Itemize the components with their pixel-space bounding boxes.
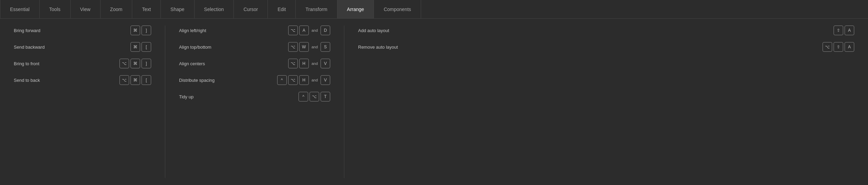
t-key: T — [321, 92, 330, 101]
bracket-key: ] — [142, 59, 151, 68]
autolayout-section: Add auto layout A Remove auto layout A — [344, 26, 868, 178]
tab-arrange[interactable]: Arrange — [337, 0, 374, 18]
and-text: and — [310, 28, 319, 32]
shift-key — [834, 26, 843, 35]
align-centers-label: Align centers — [179, 61, 220, 66]
list-item: Align top/bottom W and S — [179, 42, 330, 52]
tidy-up-keys: T — [299, 92, 330, 101]
list-item: Add auto layout A — [358, 26, 854, 35]
send-backward-keys: [ — [130, 42, 151, 52]
list-item: Align centers H and V — [179, 59, 330, 68]
list-item: Bring forward ] — [14, 26, 151, 35]
tab-text[interactable]: Text — [132, 0, 161, 18]
list-item: Tidy up T — [179, 92, 330, 101]
align-lr-label: Align left/right — [179, 28, 220, 33]
bracket-key: [ — [142, 75, 151, 85]
opt-key — [288, 59, 298, 68]
tab-cursor[interactable]: Cursor — [234, 0, 268, 18]
distribute-spacing-keys: H and V — [277, 75, 330, 85]
tab-transform[interactable]: Transform — [296, 0, 337, 18]
a-key: A — [299, 26, 309, 35]
add-auto-layout-label: Add auto layout — [358, 28, 420, 33]
opt-key — [310, 92, 319, 101]
cmd-key — [130, 26, 140, 35]
tab-view[interactable]: View — [71, 0, 101, 18]
bring-forward-label: Bring forward — [14, 28, 55, 33]
opt-key — [119, 59, 129, 68]
opt-key — [119, 75, 129, 85]
header-tabs: Essential Tools View Zoom Text Shape Sel… — [0, 0, 868, 19]
tidy-up-label: Tidy up — [179, 94, 220, 99]
list-item: Bring to front ] — [14, 59, 151, 68]
tab-selection[interactable]: Selection — [195, 0, 234, 18]
selection-section: Align left/right A and D Align top/botto… — [165, 26, 344, 178]
h-key: H — [299, 59, 309, 68]
h-key: H — [299, 75, 309, 85]
list-item: Distribute spacing H and V — [179, 75, 330, 85]
a-key: A — [845, 42, 854, 52]
ctrl-key — [277, 75, 287, 85]
opt-key — [288, 26, 298, 35]
list-item: Send to back [ — [14, 75, 151, 85]
remove-auto-layout-keys: A — [823, 42, 854, 52]
distribute-spacing-label: Distribute spacing — [179, 78, 220, 83]
list-item: Align left/right A and D — [179, 26, 330, 35]
align-centers-keys: H and V — [288, 59, 330, 68]
cmd-key — [130, 42, 140, 52]
align-tb-label: Align top/bottom — [179, 45, 220, 50]
tab-components[interactable]: Components — [374, 0, 421, 18]
send-to-back-keys: [ — [119, 75, 151, 85]
opt-key — [288, 75, 298, 85]
send-backward-label: Send backward — [14, 45, 55, 50]
and-text: and — [310, 61, 319, 66]
bracket-key: ] — [142, 26, 151, 35]
tab-shape[interactable]: Shape — [161, 0, 194, 18]
tab-zoom[interactable]: Zoom — [101, 0, 133, 18]
v-key: V — [321, 59, 330, 68]
tab-edit[interactable]: Edit — [268, 0, 296, 18]
and-text: and — [310, 78, 319, 82]
arrange-section: Bring forward ] Send backward [ Bring to… — [0, 26, 165, 178]
align-lr-keys: A and D — [288, 26, 330, 35]
bracket-key: [ — [142, 42, 151, 52]
bring-to-front-keys: ] — [119, 59, 151, 68]
send-to-back-label: Send to back — [14, 78, 55, 83]
shift-key — [834, 42, 843, 52]
remove-auto-layout-label: Remove auto layout — [358, 45, 420, 50]
w-key: W — [299, 42, 309, 52]
opt-key — [288, 42, 298, 52]
align-tb-keys: W and S — [288, 42, 330, 52]
bring-forward-keys: ] — [130, 26, 151, 35]
ctrl-key — [299, 92, 308, 101]
content-area: Bring forward ] Send backward [ Bring to… — [0, 19, 868, 185]
cmd-key — [130, 59, 140, 68]
and-text: and — [310, 45, 319, 49]
tab-tools[interactable]: Tools — [40, 0, 71, 18]
list-item: Remove auto layout A — [358, 42, 854, 52]
bring-to-front-label: Bring to front — [14, 61, 55, 66]
add-auto-layout-keys: A — [834, 26, 854, 35]
cmd-key — [130, 75, 140, 85]
tab-essential[interactable]: Essential — [0, 0, 40, 18]
d-key: D — [321, 26, 330, 35]
a-key: A — [845, 26, 854, 35]
list-item: Send backward [ — [14, 42, 151, 52]
v-key: V — [321, 75, 330, 85]
opt-key — [823, 42, 832, 52]
s-key: S — [321, 42, 330, 52]
